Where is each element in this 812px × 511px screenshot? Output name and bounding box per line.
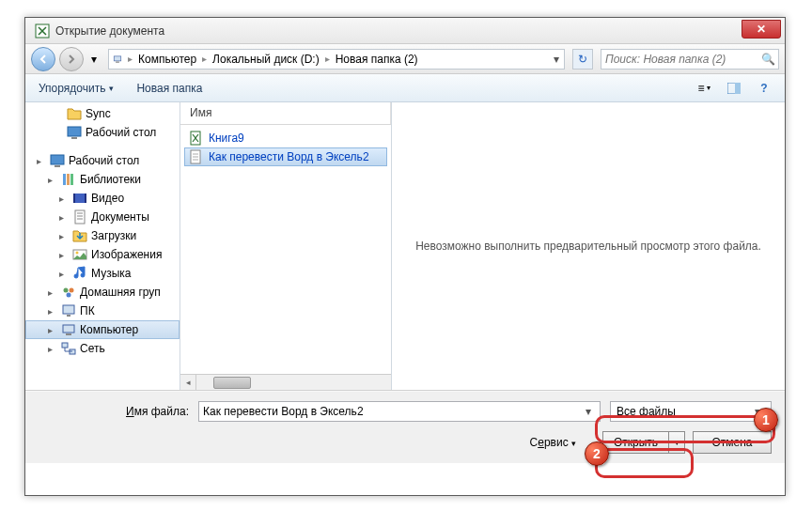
svg-point-20 [76, 252, 79, 255]
open-button[interactable]: Открыть [602, 431, 668, 454]
expand-icon[interactable]: ▸ [59, 194, 69, 204]
horizontal-scrollbar[interactable]: ◂ [180, 374, 391, 390]
file-list-body[interactable]: Книга9Как перевести Ворд в Эксель2 ◂ [180, 125, 391, 390]
tree-item[interactable]: ▸Музыка [25, 264, 180, 283]
tree-item[interactable]: ▸ПК [25, 302, 180, 320]
tree-item[interactable]: ▸Сеть [25, 339, 180, 358]
tree-item[interactable]: ▸Загрузки [25, 226, 180, 245]
scroll-left-arrow[interactable]: ◂ [180, 375, 196, 391]
filter-dropdown[interactable]: ▾ [750, 405, 765, 418]
tree-item[interactable]: ▸Домашняя груп [25, 283, 180, 302]
svg-rect-9 [63, 174, 66, 185]
expand-icon[interactable]: ▸ [59, 269, 69, 279]
new-folder-button[interactable]: Новая папка [131, 78, 208, 99]
filename-input[interactable] [203, 405, 581, 418]
svg-point-21 [64, 288, 69, 293]
toolbar: Упорядочить ▾ Новая папка ≡▾ ? [25, 74, 785, 102]
breadcrumb-item[interactable]: Новая папка (2) [332, 53, 422, 66]
tree-label: Библиотеки [80, 173, 141, 186]
column-name[interactable]: Имя [180, 102, 391, 124]
dialog-body: SyncРабочий стол▸Рабочий стол▸Библиотеки… [25, 102, 785, 390]
svg-rect-8 [55, 165, 60, 167]
tree-label: Загрузки [91, 229, 136, 242]
tree-label: Sync [86, 107, 111, 120]
music-icon [72, 266, 87, 281]
help-button[interactable]: ? [751, 78, 777, 99]
tree-item[interactable]: ▸Рабочий стол [25, 151, 180, 170]
tree-item[interactable]: ▸Библиотеки [25, 170, 180, 189]
back-button[interactable] [31, 47, 55, 71]
tree-label: Изображения [91, 248, 162, 261]
tree-label: Компьютер [80, 323, 138, 336]
xls-icon [188, 131, 203, 146]
file-list: Имя Книга9Как перевести Ворд в Эксель2 ◂ [180, 102, 392, 390]
svg-rect-14 [85, 194, 86, 203]
filename-label: Имя файла: [39, 405, 189, 418]
breadcrumb-item[interactable]: Локальный диск (D:) [209, 53, 323, 66]
expand-icon[interactable]: ▸ [59, 231, 69, 241]
desktop-icon [50, 153, 65, 168]
forward-button[interactable] [59, 47, 84, 71]
close-button[interactable]: ✕ [742, 20, 781, 39]
file-item[interactable]: Книга9 [184, 129, 387, 147]
svg-rect-12 [73, 194, 86, 203]
nav-history-dropdown[interactable]: ▾ [87, 50, 101, 69]
file-name: Как перевести Ворд в Эксель2 [209, 150, 369, 163]
cancel-button[interactable]: Отмена [693, 431, 772, 454]
open-split-button: Открыть ▾ [602, 431, 685, 454]
tree-label: Рабочий стол [86, 126, 156, 139]
filename-dropdown[interactable]: ▾ [581, 405, 596, 418]
expand-icon[interactable]: ▸ [37, 156, 46, 166]
tree-item[interactable]: Sync [25, 104, 180, 123]
organize-menu[interactable]: Упорядочить ▾ [33, 78, 119, 99]
expand-icon[interactable]: ▸ [59, 212, 69, 223]
preview-pane-button[interactable] [721, 78, 747, 99]
titlebar: Открытие документа ✕ [25, 18, 785, 44]
search-input[interactable] [605, 53, 761, 66]
tree-item[interactable]: ▸Видео [25, 189, 180, 208]
preview-pane: Невозможно выполнить предварительный про… [392, 102, 785, 390]
expand-icon[interactable]: ▸ [48, 306, 57, 317]
tree-label: ПК [80, 304, 95, 317]
tree-item[interactable]: ▸Документы [25, 208, 180, 226]
breadcrumb-dropdown[interactable]: ▾ [549, 53, 564, 66]
tools-menu[interactable]: Сервис ▾ [530, 436, 576, 449]
open-dropdown[interactable]: ▾ [668, 431, 685, 454]
search-box[interactable]: 🔍 [601, 49, 779, 70]
file-name: Книга9 [209, 132, 244, 145]
expand-icon[interactable]: ▸ [48, 287, 57, 298]
tree-item[interactable]: ▸Изображения [25, 245, 180, 264]
navigation-tree[interactable]: SyncРабочий стол▸Рабочий стол▸Библиотеки… [25, 102, 180, 390]
download-icon [72, 228, 87, 243]
breadcrumb[interactable]: ▸ Компьютер ▸ Локальный диск (D:) ▸ Нова… [108, 49, 565, 70]
file-item[interactable]: Как перевести Ворд в Эксель2 [184, 147, 387, 166]
txt-icon [188, 149, 203, 164]
breadcrumb-item[interactable]: Компьютер [134, 53, 200, 66]
tree-label: Видео [91, 192, 124, 205]
expand-icon[interactable]: ▸ [48, 325, 57, 335]
preview-message: Невозможно выполнить предварительный про… [415, 240, 761, 253]
view-mode-button[interactable]: ≡▾ [691, 78, 717, 99]
bottom-panel: Имя файла: ▾ Все файлы ▾ Сервис ▾ Открыт… [25, 392, 785, 463]
filename-combo[interactable]: ▾ [198, 401, 601, 422]
svg-rect-10 [67, 174, 70, 185]
expand-icon[interactable]: ▸ [48, 175, 57, 185]
svg-rect-28 [62, 343, 68, 348]
svg-point-22 [70, 288, 74, 293]
tree-item[interactable]: Рабочий стол [25, 123, 180, 142]
video-icon [72, 191, 87, 206]
filter-value: Все файлы [617, 405, 750, 418]
tree-label: Рабочий стол [69, 154, 139, 167]
file-type-filter[interactable]: Все файлы ▾ [610, 401, 772, 422]
file-list-header[interactable]: Имя [180, 102, 391, 125]
folder-icon [67, 106, 82, 121]
expand-icon[interactable]: ▸ [48, 344, 57, 354]
scroll-thumb[interactable] [213, 377, 251, 389]
window-title: Открытие документа [55, 24, 164, 38]
doc-icon [72, 209, 87, 225]
tree-item[interactable]: ▸Компьютер [25, 320, 180, 339]
refresh-button[interactable]: ↻ [572, 49, 593, 70]
excel-icon [35, 23, 50, 39]
expand-icon[interactable]: ▸ [59, 250, 69, 260]
svg-point-23 [67, 293, 71, 298]
